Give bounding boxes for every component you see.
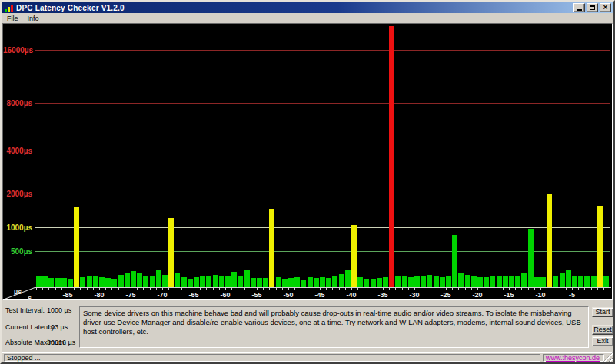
x-axis-tick [125,288,125,290]
latency-bar [288,278,294,287]
latency-bar [528,229,534,287]
gridline-4000us [35,151,610,151]
latency-bar [48,278,54,287]
y-axis-label-1000us: 1000µs [3,223,32,232]
latency-bar [62,278,67,287]
restore-icon [590,5,595,10]
menu-info[interactable]: Info [23,14,44,23]
x-axis-tick [231,288,232,290]
x-axis-tick [528,288,529,290]
latency-bar [251,278,256,287]
x-axis-tick [62,288,62,290]
x-axis-tick [194,288,194,290]
latency-bar [597,206,603,287]
stat-value: 103 µs [47,323,68,331]
x-axis-tick [111,288,112,290]
latency-bar [446,276,451,287]
x-axis-label: -10 [531,291,550,299]
website-link[interactable]: www.thesycon.de [546,354,600,362]
latency-bar [414,276,420,287]
latency-bar [421,276,426,287]
x-axis-tick [175,288,175,290]
latency-bar [566,270,571,287]
x-axis-label: -80 [90,291,108,299]
x-axis-tick [591,288,592,290]
latency-bar [332,276,337,287]
minimize-button[interactable] [573,3,585,12]
x-axis-label: -75 [121,291,140,299]
x-axis-tick [521,288,522,290]
x-axis-tick [68,288,68,290]
latency-bar [534,277,540,287]
close-button[interactable]: × [600,3,611,12]
latency-bar [175,273,180,287]
y-axis-label-500us: 500µs [3,247,32,256]
x-axis-tick [251,288,251,290]
minimize-icon [577,9,582,11]
gridline-8000us [35,103,610,104]
latency-bar [125,273,130,287]
x-axis-tick [168,288,169,290]
x-axis-label: -60 [216,291,234,299]
latency-bar [314,278,319,288]
latency-bar [440,277,445,287]
status-text: Stopped ... [7,354,41,362]
gridline-16000us [35,50,610,51]
latency-bar [105,278,111,287]
x-axis-tick [434,288,434,290]
x-axis-tick [105,288,106,290]
y-axis-label-16000us: 16000µs [3,46,32,55]
y-axis-label-4000us: 4000µs [3,147,32,155]
latency-bar [257,278,262,287]
latency-bar [427,275,432,287]
x-axis-tick [458,288,459,290]
x-axis-tick [36,288,37,290]
latency-bar [471,276,477,287]
x-axis-tick [484,288,484,290]
resize-grip[interactable] [603,352,613,362]
latency-bar [357,277,363,287]
x-axis-tick [427,288,427,290]
latency-bar [231,272,237,287]
latency-bar [118,275,124,287]
latency-bar [200,276,205,287]
latency-bar [168,218,174,287]
y-axis-label-2000us: 2000µs [3,190,32,198]
latency-bar [137,273,142,287]
x-axis-tick [534,288,535,290]
latency-bar [553,276,558,287]
menu-file[interactable]: File [2,14,23,23]
x-axis-tick [440,288,440,290]
x-axis-tick [206,288,207,290]
x-axis-tick [345,288,346,290]
x-axis-tick [200,288,201,290]
x-axis-tick [584,288,585,290]
x-axis-tick [238,288,238,290]
latency-bar [308,277,313,287]
latency-bar [521,273,527,287]
titlebar[interactable]: DPC Latency Checker V1.2.0 × [2,2,613,13]
x-axis-tick [162,288,163,290]
x-axis-tick [446,288,447,290]
x-axis-label: -20 [468,291,487,299]
start-button[interactable]: Start [592,307,613,317]
restore-button[interactable] [587,3,598,12]
x-axis-tick [244,288,245,290]
exit-button[interactable]: Exit [592,336,613,346]
x-axis-tick [257,288,258,290]
x-axis-tick [308,288,308,290]
x-axis-tick [150,288,151,290]
x-axis-tick [402,288,403,290]
close-icon: × [603,4,608,11]
stat-value: 1000 µs [47,306,71,314]
latency-bar [540,277,546,287]
latency-bar [74,207,79,287]
latency-bar [339,274,344,287]
latency-bar [36,276,42,287]
gridline-500us [35,251,610,252]
latency-bar [188,279,193,287]
x-axis-tick [301,288,301,290]
reset-button[interactable]: Reset [592,325,613,335]
x-axis-tick [188,288,188,290]
x-axis-tick [566,288,567,290]
